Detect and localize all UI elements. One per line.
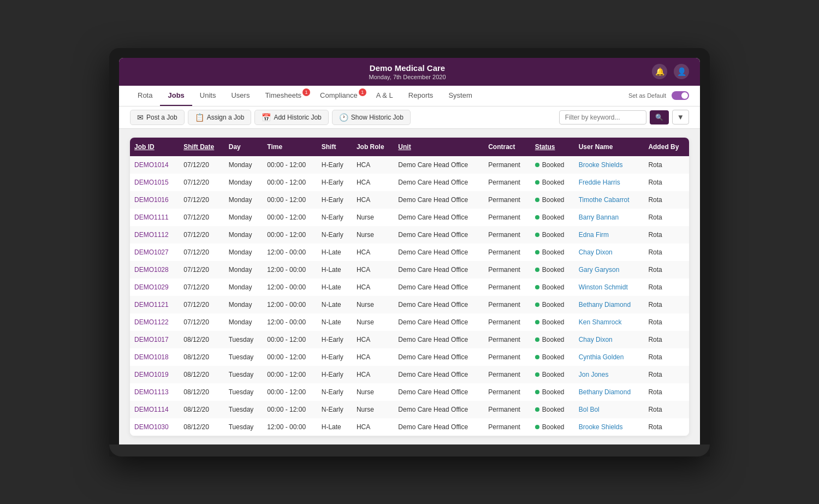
table-row[interactable]: DEMO1122 07/12/20 Monday 12:00 - 00:00 N… bbox=[130, 313, 689, 331]
cell-contract: Permanent bbox=[484, 209, 531, 226]
main-nav: Rota Jobs Units Users Timesheets 1 Compl… bbox=[119, 86, 700, 106]
cell-job-id[interactable]: DEMO1017 bbox=[130, 331, 179, 348]
cell-user-name[interactable]: Bol Bol bbox=[574, 401, 644, 418]
cell-status: Booked bbox=[531, 191, 574, 209]
table-row[interactable]: DEMO1017 08/12/20 Tuesday 00:00 - 12:00 … bbox=[130, 331, 689, 348]
cell-unit: Demo Care Head Office bbox=[394, 174, 484, 191]
cell-user-name[interactable]: Timothe Cabarrot bbox=[574, 191, 644, 209]
table-row[interactable]: DEMO1121 07/12/20 Monday 12:00 - 00:00 N… bbox=[130, 296, 689, 313]
table-row[interactable]: DEMO1018 08/12/20 Tuesday 00:00 - 12:00 … bbox=[130, 348, 689, 366]
cell-job-id[interactable]: DEMO1111 bbox=[130, 209, 179, 226]
cell-added-by: Rota bbox=[644, 366, 689, 383]
cell-job-id[interactable]: DEMO1112 bbox=[130, 226, 179, 244]
search-input[interactable] bbox=[559, 110, 646, 124]
cell-job-role: HCA bbox=[352, 418, 394, 436]
cell-user-name[interactable]: Bethany Diamond bbox=[574, 296, 644, 313]
cell-user-name[interactable]: Chay Dixon bbox=[574, 244, 644, 261]
cell-user-name[interactable]: Chay Dixon bbox=[574, 331, 644, 348]
add-historic-icon: 📅 bbox=[262, 113, 271, 122]
set-as-default-toggle[interactable] bbox=[672, 91, 689, 100]
status-dot-icon bbox=[535, 250, 539, 254]
cell-job-id[interactable]: DEMO1014 bbox=[130, 156, 179, 174]
col-job-id[interactable]: Job ID bbox=[130, 138, 179, 156]
cell-shift-date: 07/12/20 bbox=[179, 156, 224, 174]
table-row[interactable]: DEMO1015 07/12/20 Monday 00:00 - 12:00 H… bbox=[130, 174, 689, 191]
cell-user-name[interactable]: Brooke Shields bbox=[574, 418, 644, 436]
assign-a-job-button[interactable]: 📋 Assign a Job bbox=[188, 110, 252, 125]
cell-time: 12:00 - 00:00 bbox=[263, 244, 317, 261]
status-dot-icon bbox=[535, 198, 539, 202]
cell-job-id[interactable]: DEMO1016 bbox=[130, 191, 179, 209]
nav-tab-reports[interactable]: Reports bbox=[401, 86, 441, 106]
show-historic-label: Show Historic Job bbox=[351, 114, 403, 121]
post-a-job-button[interactable]: ✉ Post a Job bbox=[130, 110, 185, 125]
user-avatar-icon[interactable]: 👤 bbox=[674, 64, 689, 79]
cell-status: Booked bbox=[531, 209, 574, 226]
table-row[interactable]: DEMO1030 08/12/20 Tuesday 12:00 - 00:00 … bbox=[130, 418, 689, 436]
cell-shift-date: 07/12/20 bbox=[179, 209, 224, 226]
table-row[interactable]: DEMO1112 07/12/20 Monday 00:00 - 12:00 N… bbox=[130, 226, 689, 244]
cell-day: Tuesday bbox=[224, 401, 263, 418]
cell-job-id[interactable]: DEMO1114 bbox=[130, 401, 179, 418]
cell-job-id[interactable]: DEMO1029 bbox=[130, 278, 179, 296]
cell-day: Tuesday bbox=[224, 331, 263, 348]
col-contract: Contract bbox=[484, 138, 531, 156]
cell-contract: Permanent bbox=[484, 348, 531, 366]
add-historic-job-button[interactable]: 📅 Add Historic Job bbox=[254, 110, 328, 125]
cell-job-id[interactable]: DEMO1019 bbox=[130, 366, 179, 383]
cell-shift-date: 07/12/20 bbox=[179, 226, 224, 244]
col-status[interactable]: Status bbox=[531, 138, 574, 156]
col-shift-date[interactable]: Shift Date bbox=[179, 138, 224, 156]
filter-button[interactable]: ▼ bbox=[672, 110, 689, 124]
table-row[interactable]: DEMO1029 07/12/20 Monday 12:00 - 00:00 H… bbox=[130, 278, 689, 296]
cell-day: Monday bbox=[224, 209, 263, 226]
cell-job-id[interactable]: DEMO1122 bbox=[130, 313, 179, 331]
nav-tab-jobs[interactable]: Jobs bbox=[160, 86, 192, 106]
cell-job-id[interactable]: DEMO1018 bbox=[130, 348, 179, 366]
table-row[interactable]: DEMO1019 08/12/20 Tuesday 00:00 - 12:00 … bbox=[130, 366, 689, 383]
table-row[interactable]: DEMO1016 07/12/20 Monday 00:00 - 12:00 H… bbox=[130, 191, 689, 209]
nav-tabs: Rota Jobs Units Users Timesheets 1 Compl… bbox=[130, 86, 480, 106]
cell-user-name[interactable]: Barry Bannan bbox=[574, 209, 644, 226]
cell-user-name[interactable]: Winston Schmidt bbox=[574, 278, 644, 296]
cell-shift: N-Late bbox=[317, 313, 352, 331]
search-button[interactable]: 🔍 bbox=[650, 110, 669, 124]
table-row[interactable]: DEMO1028 07/12/20 Monday 12:00 - 00:00 H… bbox=[130, 261, 689, 278]
cell-shift: H-Early bbox=[317, 348, 352, 366]
status-dot-icon bbox=[535, 233, 539, 237]
cell-status: Booked bbox=[531, 278, 574, 296]
cell-user-name[interactable]: Gary Garyson bbox=[574, 261, 644, 278]
cell-user-name[interactable]: Ken Shamrock bbox=[574, 313, 644, 331]
cell-unit: Demo Care Head Office bbox=[394, 348, 484, 366]
table-row[interactable]: DEMO1114 08/12/20 Tuesday 00:00 - 12:00 … bbox=[130, 401, 689, 418]
cell-job-id[interactable]: DEMO1030 bbox=[130, 418, 179, 436]
col-unit[interactable]: Unit bbox=[394, 138, 484, 156]
table-row[interactable]: DEMO1027 07/12/20 Monday 12:00 - 00:00 H… bbox=[130, 244, 689, 261]
show-historic-job-button[interactable]: 🕐 Show Historic Job bbox=[332, 110, 411, 125]
nav-tab-units[interactable]: Units bbox=[192, 86, 224, 106]
table-row[interactable]: DEMO1014 07/12/20 Monday 00:00 - 12:00 H… bbox=[130, 156, 689, 174]
notification-bell-icon[interactable]: 🔔 bbox=[652, 64, 667, 79]
nav-tab-al[interactable]: A & L bbox=[369, 86, 401, 106]
cell-user-name[interactable]: Jon Jones bbox=[574, 366, 644, 383]
cell-user-name[interactable]: Brooke Shields bbox=[574, 156, 644, 174]
cell-user-name[interactable]: Edna Firm bbox=[574, 226, 644, 244]
table-row[interactable]: DEMO1111 07/12/20 Monday 00:00 - 12:00 N… bbox=[130, 209, 689, 226]
cell-job-id[interactable]: DEMO1121 bbox=[130, 296, 179, 313]
cell-user-name[interactable]: Cynthia Golden bbox=[574, 348, 644, 366]
cell-user-name[interactable]: Freddie Harris bbox=[574, 174, 644, 191]
cell-job-id[interactable]: DEMO1113 bbox=[130, 383, 179, 401]
cell-user-name[interactable]: Bethany Diamond bbox=[574, 383, 644, 401]
cell-job-id[interactable]: DEMO1028 bbox=[130, 261, 179, 278]
table-row[interactable]: DEMO1113 08/12/20 Tuesday 00:00 - 12:00 … bbox=[130, 383, 689, 401]
nav-tab-timesheets[interactable]: Timesheets 1 bbox=[257, 86, 312, 106]
nav-tab-compliance[interactable]: Compliance 1 bbox=[312, 86, 369, 106]
cell-job-id[interactable]: DEMO1015 bbox=[130, 174, 179, 191]
cell-job-id[interactable]: DEMO1027 bbox=[130, 244, 179, 261]
nav-tab-rota[interactable]: Rota bbox=[130, 86, 160, 106]
timesheets-badge: 1 bbox=[302, 88, 310, 96]
nav-tab-users[interactable]: Users bbox=[223, 86, 257, 106]
add-historic-label: Add Historic Job bbox=[274, 114, 321, 121]
cell-job-role: HCA bbox=[352, 174, 394, 191]
nav-tab-system[interactable]: System bbox=[441, 86, 479, 106]
